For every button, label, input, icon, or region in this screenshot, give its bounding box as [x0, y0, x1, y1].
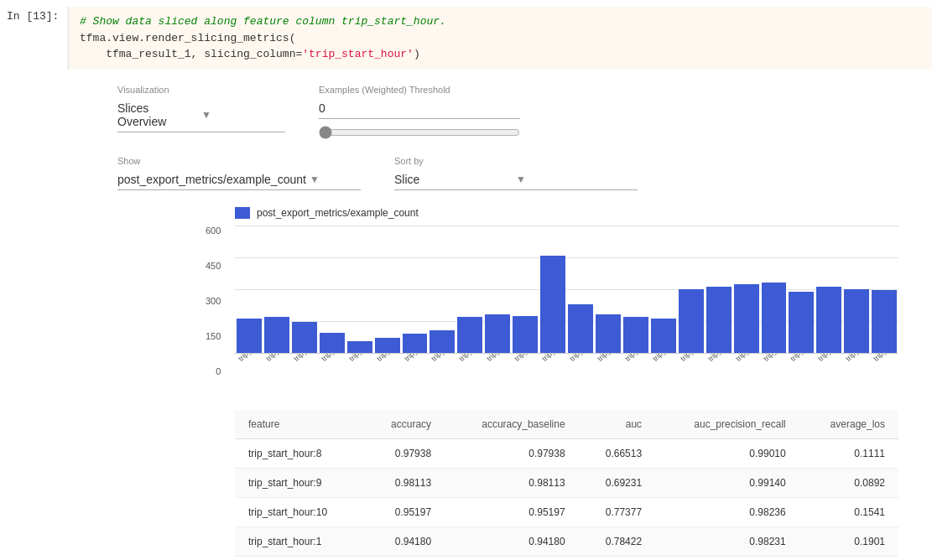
bar-0: [237, 319, 262, 353]
table-cell-2-0: trip_start_hour:10: [235, 497, 363, 526]
table-cell-3-4: 0.98231: [655, 526, 799, 556]
bar-17: [706, 287, 732, 353]
bar-16: [679, 289, 704, 353]
code-cell: In [13]: # Show data sliced along featur…: [0, 0, 932, 76]
threshold-input[interactable]: [319, 98, 520, 119]
table-cell-1-5: 0.0892: [799, 468, 898, 497]
show-label: Show: [117, 156, 361, 166]
legend-label: post_export_metrics/example_count: [257, 207, 419, 219]
bars-container: [235, 226, 898, 353]
table-cell-0-5: 0.1111: [799, 438, 898, 468]
bar-13: [596, 314, 621, 353]
chart-area: post_export_metrics/example_count 600 45…: [235, 207, 898, 393]
code-comment: # Show data sliced along feature column …: [80, 15, 446, 28]
table-cell-1-0: trip_start_hour:9: [235, 468, 363, 497]
table-cell-1-2: 0.98113: [445, 468, 578, 497]
show-dropdown[interactable]: post_export_metrics/example_count ▼: [117, 169, 361, 190]
table-cell-3-2: 0.94180: [445, 526, 578, 556]
data-table: feature accuracy accuracy_baseline auc a…: [235, 410, 898, 557]
table-cell-0-2: 0.97938: [445, 438, 578, 468]
table-cell-3-0: trip_start_hour:1: [235, 526, 363, 556]
col-header-auc: auc: [579, 410, 656, 439]
threshold-control: Examples (Weighted) Threshold: [319, 85, 520, 143]
bars-and-grid: [235, 226, 898, 354]
bar-5: [375, 338, 400, 353]
table-cell-0-0: trip_start_hour:8: [235, 438, 363, 468]
table-cell-2-3: 0.77377: [579, 497, 656, 526]
code-line-2: tfma.view.render_slicing_metrics(: [80, 30, 922, 47]
visualization-arrow-icon: ▼: [201, 109, 282, 121]
sort-control: Sort by Slice ▼: [394, 156, 638, 190]
table-cell-3-3: 0.78422: [579, 526, 656, 556]
y-label-450: 450: [206, 261, 221, 271]
sort-dropdown[interactable]: Slice ▼: [394, 169, 638, 190]
table-cell-0-1: 0.97938: [363, 438, 445, 468]
table-cell-1-1: 0.98113: [363, 468, 445, 497]
bar-12: [568, 304, 593, 353]
show-value: post_export_metrics/example_count: [117, 173, 306, 186]
widget-area: Visualization Slices Overview ▼ Examples…: [0, 76, 932, 561]
bar-2: [292, 322, 317, 353]
bar-7: [430, 330, 455, 353]
y-label-0: 0: [206, 366, 221, 376]
y-axis: 600 450 300 150 0: [206, 226, 221, 376]
table-body: trip_start_hour:80.979380.979380.665130.…: [235, 438, 898, 556]
table-cell-2-5: 0.1541: [799, 497, 898, 526]
threshold-label: Examples (Weighted) Threshold: [319, 85, 520, 95]
col-header-accuracy-baseline: accuracy_baseline: [445, 410, 578, 439]
code-block: # Show data sliced along feature column …: [67, 7, 932, 70]
sort-label: Sort by: [394, 156, 638, 166]
cell-label: In [13]:: [0, 7, 67, 26]
code-line-3: tfma_result_1, slicing_column='trip_star…: [80, 46, 922, 63]
table-row: trip_start_hour:100.951970.951970.773770…: [235, 497, 898, 526]
table-row: trip_start_hour:10.941800.941800.784220.…: [235, 526, 898, 556]
show-control: Show post_export_metrics/example_count ▼: [117, 156, 361, 190]
y-label-600: 600: [206, 226, 221, 236]
table-cell-2-1: 0.95197: [363, 497, 445, 526]
bar-22: [844, 289, 869, 353]
y-label-300: 300: [206, 296, 221, 306]
code-func: tfma.view.render_slicing_metrics(: [80, 32, 295, 44]
table-row: trip_start_hour:90.981130.981130.692310.…: [235, 468, 898, 497]
code-args: tfma_result_1, slicing_column='trip_star…: [80, 48, 420, 60]
bar-chart: 600 450 300 150 0 trip_s...trip_s...trip…: [235, 226, 898, 393]
legend-color-box: [235, 207, 250, 219]
bar-19: [762, 283, 787, 353]
bar-3: [320, 333, 345, 353]
col-header-average-los: average_los: [799, 410, 898, 439]
bar-4: [347, 341, 372, 353]
y-label-150: 150: [206, 331, 221, 341]
sort-arrow-icon: ▼: [516, 174, 634, 185]
bar-10: [513, 316, 538, 353]
show-arrow-icon: ▼: [310, 174, 357, 185]
table-cell-0-3: 0.66513: [579, 438, 656, 468]
chart-legend: post_export_metrics/example_count: [235, 207, 898, 219]
col-header-auc-precision-recall: auc_precision_recall: [655, 410, 799, 439]
table-cell-3-5: 0.1901: [799, 526, 898, 556]
bar-6: [403, 334, 428, 353]
table-row: trip_start_hour:80.979380.979380.665130.…: [235, 438, 898, 468]
visualization-label: Visualization: [117, 85, 285, 95]
controls-row-2: Show post_export_metrics/example_count ▼…: [117, 156, 915, 190]
bar-1: [264, 317, 289, 353]
bar-15: [651, 319, 676, 353]
col-header-feature: feature: [235, 410, 363, 439]
bar-14: [623, 317, 648, 353]
table-cell-2-4: 0.98236: [655, 497, 799, 526]
bar-8: [457, 317, 482, 353]
table-cell-3-1: 0.94180: [363, 526, 445, 556]
bar-11: [540, 256, 565, 353]
bar-18: [734, 284, 759, 353]
table-cell-1-4: 0.99140: [655, 468, 799, 497]
threshold-slider[interactable]: [319, 126, 520, 139]
table-cell-1-3: 0.69231: [579, 468, 656, 497]
controls-row-1: Visualization Slices Overview ▼ Examples…: [117, 85, 915, 143]
visualization-control: Visualization Slices Overview ▼: [117, 85, 285, 132]
bar-21: [816, 287, 841, 353]
x-axis: trip_s...trip_s...trip_s...trip_s...trip…: [235, 354, 898, 393]
bar-9: [485, 314, 510, 353]
bar-23: [872, 290, 897, 353]
table-cell-0-4: 0.99010: [655, 438, 799, 468]
table-header-row: feature accuracy accuracy_baseline auc a…: [235, 410, 898, 439]
visualization-dropdown[interactable]: Slices Overview ▼: [117, 98, 285, 132]
